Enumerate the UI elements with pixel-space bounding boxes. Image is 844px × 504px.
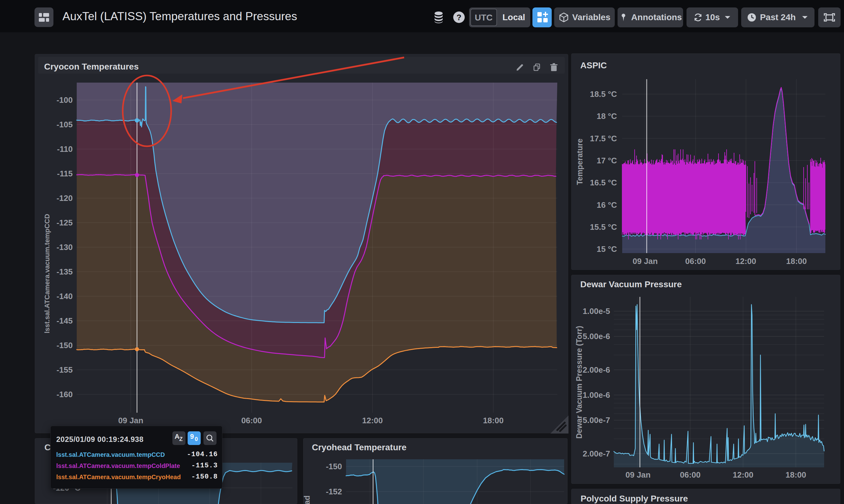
svg-text:-110: -110 xyxy=(57,144,73,154)
svg-text:12:00: 12:00 xyxy=(733,470,754,480)
svg-text:-160: -160 xyxy=(56,390,73,399)
svg-text:lsst.sal.ATCamera.vacuum.tempC: lsst.sal.ATCamera.vacuum.tempCryoHead xyxy=(304,495,311,504)
svg-text:-115: -115 xyxy=(57,169,73,178)
svg-text:09 Jan: 09 Jan xyxy=(626,470,651,480)
svg-text:15.5 °C: 15.5 °C xyxy=(590,222,617,232)
svg-text:18:00: 18:00 xyxy=(786,470,806,480)
svg-text:09 Jan: 09 Jan xyxy=(633,256,658,266)
svg-text:-130: -130 xyxy=(56,242,73,252)
svg-text:2.00e-6: 2.00e-6 xyxy=(583,365,610,375)
svg-text:-155: -155 xyxy=(56,365,73,375)
svg-text:-140: -140 xyxy=(56,292,73,301)
svg-text:09 Jan: 09 Jan xyxy=(118,416,144,425)
svg-text:Dewar Vacuum Pressure (Torr): Dewar Vacuum Pressure (Torr) xyxy=(575,326,583,439)
svg-text:18:00: 18:00 xyxy=(786,256,807,266)
svg-text:2.00e-7: 2.00e-7 xyxy=(583,449,610,458)
svg-text:16.5 °C: 16.5 °C xyxy=(590,178,617,187)
svg-text:18:00: 18:00 xyxy=(483,416,504,425)
svg-text:16 °C: 16 °C xyxy=(597,200,617,210)
svg-text:12:00: 12:00 xyxy=(736,256,756,266)
svg-text:-152: -152 xyxy=(326,487,342,496)
svg-text:18.5 °C: 18.5 °C xyxy=(590,89,617,99)
svg-text:-120: -120 xyxy=(56,194,73,203)
svg-text:5.00e-6: 5.00e-6 xyxy=(583,332,610,341)
svg-text:06:00: 06:00 xyxy=(241,416,262,425)
svg-text:17.5 °C: 17.5 °C xyxy=(590,134,617,143)
svg-text:-150: -150 xyxy=(326,462,342,471)
svg-text:-150: -150 xyxy=(56,341,73,350)
svg-text:-135: -135 xyxy=(56,267,73,276)
svg-text:-125: -125 xyxy=(56,218,73,227)
svg-text:lsst.sal.ATCamera.vacuum.tempC: lsst.sal.ATCamera.vacuum.tempCCD xyxy=(43,214,51,334)
svg-text:-100: -100 xyxy=(56,95,73,105)
svg-text:18 °C: 18 °C xyxy=(597,111,617,121)
svg-text:06:00: 06:00 xyxy=(685,256,706,266)
svg-text:06:00: 06:00 xyxy=(680,470,701,480)
svg-text:Temperature: Temperature xyxy=(575,139,584,185)
svg-text:15 °C: 15 °C xyxy=(597,245,617,254)
svg-text:1.00e-5: 1.00e-5 xyxy=(583,306,610,316)
svg-text:1.00e-6: 1.00e-6 xyxy=(583,390,610,400)
svg-text:-145: -145 xyxy=(56,316,73,325)
svg-text:12:00: 12:00 xyxy=(362,416,383,425)
svg-text:17 °C: 17 °C xyxy=(597,156,617,165)
svg-text:-105: -105 xyxy=(56,120,73,129)
svg-text:5.00e-7: 5.00e-7 xyxy=(583,415,610,425)
